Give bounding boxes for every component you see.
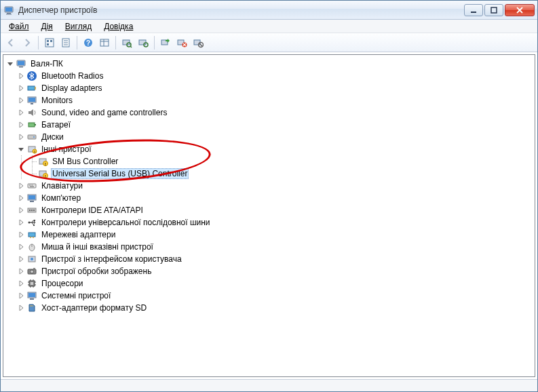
disable-button[interactable] <box>191 35 206 50</box>
tree-item-usb[interactable]: Контролери універсальної послідовної шин… <box>5 216 533 229</box>
expander-icon[interactable] <box>16 144 26 155</box>
expander-icon[interactable] <box>16 266 26 277</box>
svg-line-21 <box>130 46 132 47</box>
expander-icon[interactable] <box>16 95 26 106</box>
svg-text:!: ! <box>45 174 46 178</box>
expander-icon[interactable] <box>16 302 26 313</box>
svg-rect-70 <box>30 237 31 238</box>
tree-item-other-devices[interactable]: ! Інші пристрої <box>5 143 533 155</box>
expander-icon[interactable] <box>16 278 26 289</box>
expander-icon[interactable] <box>16 290 26 301</box>
monitor-icon <box>26 95 37 106</box>
tree-item-bluetooth[interactable]: Bluetooth Radios <box>5 70 533 82</box>
tree-item-monitors[interactable]: Monitors <box>5 94 533 106</box>
tree-label: Валя-ПК <box>29 58 64 69</box>
tree-item-keyboards[interactable]: Клавіатури <box>5 180 533 192</box>
imaging-icon <box>26 266 37 277</box>
tree-item-display[interactable]: Display adapters <box>5 82 533 94</box>
menu-help[interactable]: Довідка <box>98 20 138 33</box>
tree-item-mice[interactable]: Миша й інші вказівні пристрої <box>5 241 533 253</box>
tree-label: Батареї <box>40 119 72 130</box>
svg-rect-1 <box>5 7 12 12</box>
svg-rect-16 <box>100 39 109 46</box>
expander-icon[interactable] <box>16 132 26 142</box>
svg-rect-62 <box>29 210 31 211</box>
menu-file[interactable]: Файл <box>3 20 35 33</box>
expander-icon[interactable] <box>16 254 26 264</box>
battery-icon <box>26 119 37 130</box>
titlebar: Диспетчер пристроїв <box>1 1 537 20</box>
svg-rect-42 <box>28 135 36 139</box>
tree-label: Контролери IDE ATA/ATAPI <box>40 205 145 216</box>
update-driver-button[interactable] <box>158 35 173 50</box>
expander-icon[interactable] <box>16 193 26 203</box>
back-button[interactable] <box>3 35 18 50</box>
svg-rect-93 <box>31 305 32 307</box>
expander-icon[interactable] <box>5 58 16 69</box>
tree-item-hid[interactable]: Пристрої з інтерфейсом користувача <box>5 253 533 265</box>
disk-icon <box>26 132 37 142</box>
tree-label: Пристрої обробки зображень <box>40 266 153 277</box>
maximize-button[interactable] <box>484 4 503 16</box>
tree-item-computer[interactable]: Комп'ютер <box>5 192 533 204</box>
svg-rect-33 <box>19 66 23 68</box>
expander-icon[interactable] <box>16 119 26 130</box>
tree-item-ide[interactable]: Контролери IDE ATA/ATAPI <box>5 204 533 216</box>
expander-icon[interactable] <box>16 107 26 118</box>
sound-icon <box>26 107 37 118</box>
expander-icon[interactable] <box>16 229 26 240</box>
svg-rect-71 <box>33 237 34 238</box>
properties-button[interactable] <box>58 35 73 50</box>
scan-changes-button[interactable] <box>136 35 151 50</box>
svg-rect-63 <box>31 210 33 211</box>
svg-rect-25 <box>166 40 168 41</box>
app-icon <box>3 5 14 16</box>
minimize-button[interactable] <box>464 4 483 16</box>
expander-icon[interactable] <box>16 205 26 216</box>
svg-text:?: ? <box>86 39 90 47</box>
tree-item-network[interactable]: Мережеві адаптери <box>5 229 533 241</box>
close-button[interactable] <box>505 4 535 16</box>
unknown-device-icon: ! <box>37 156 48 167</box>
svg-rect-64 <box>33 210 35 211</box>
tree-label: Комп'ютер <box>40 193 82 203</box>
window-frame: Диспетчер пристроїв Файл Дія Вигляд Дові… <box>0 0 538 392</box>
tree-item-disks[interactable]: Диски <box>5 131 533 143</box>
help-button[interactable]: ? <box>81 35 96 50</box>
menu-view[interactable]: Вигляд <box>60 20 97 33</box>
tree-label: Display adapters <box>40 83 103 94</box>
display-adapter-icon <box>26 83 37 94</box>
scan-hardware-button[interactable] <box>119 35 134 50</box>
svg-rect-60 <box>30 201 34 202</box>
svg-rect-3 <box>6 14 12 14</box>
tree-item-imaging[interactable]: Пристрої обробки зображень <box>5 265 533 277</box>
tree-item-sm-bus[interactable]: ! SM Bus Controller <box>5 155 533 168</box>
tree-item-usb-controller[interactable]: ! Universal Serial Bus (USB) Controller <box>5 168 533 180</box>
tree-item-system[interactable]: Системні пристрої <box>5 290 533 302</box>
uninstall-button[interactable] <box>174 35 189 50</box>
tree-item-sound[interactable]: Sound, video and game controllers <box>5 106 533 119</box>
svg-rect-91 <box>30 298 34 300</box>
tree-item-batteries[interactable]: Батареї <box>5 119 533 131</box>
tree-item-processors[interactable]: Процесори <box>5 277 533 290</box>
expander-icon[interactable] <box>16 217 26 228</box>
svg-rect-2 <box>7 13 11 14</box>
forward-button[interactable] <box>20 35 35 50</box>
tree-label: Клавіатури <box>40 180 84 191</box>
tree-root[interactable]: Валя-ПК <box>5 58 533 70</box>
tree-label: Хост-адаптери формату SD <box>40 302 148 313</box>
tree-label: Monitors <box>40 95 74 106</box>
tree-item-sd[interactable]: Хост-адаптери формату SD <box>5 302 533 314</box>
show-hidden-button[interactable] <box>42 35 57 50</box>
details-button[interactable] <box>97 35 112 50</box>
expander-icon[interactable] <box>16 71 26 81</box>
tree-label: Sound, video and game controllers <box>40 107 168 118</box>
tree-label: Контролери універсальної послідовної шин… <box>40 217 212 228</box>
expander-icon[interactable] <box>16 180 26 191</box>
expander-icon[interactable] <box>16 241 26 252</box>
expander-icon[interactable] <box>16 83 26 94</box>
svg-rect-35 <box>28 86 35 90</box>
menu-action[interactable]: Дія <box>36 20 58 33</box>
svg-rect-36 <box>35 87 36 90</box>
tree-pane[interactable]: Валя-ПК Bluetooth Radios Display adapter… <box>3 54 535 377</box>
